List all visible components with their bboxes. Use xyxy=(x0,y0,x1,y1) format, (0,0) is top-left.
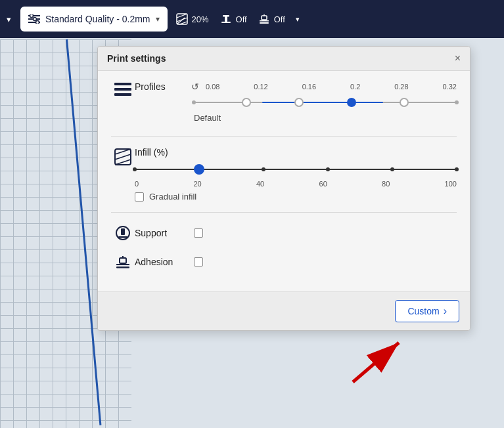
svg-rect-19 xyxy=(114,88,131,91)
profiles-label: Profiles xyxy=(135,81,187,92)
quality-chevron: ▾ xyxy=(156,14,160,24)
svg-rect-27 xyxy=(118,236,127,238)
support-section: Support xyxy=(111,223,457,242)
quality-label: Standard Quality - 0.2mm xyxy=(45,14,150,24)
svg-rect-30 xyxy=(120,258,126,263)
divider-1 xyxy=(111,136,457,137)
adhesion-checkbox[interactable] xyxy=(194,257,203,267)
svg-rect-20 xyxy=(114,93,131,96)
quality-selector[interactable]: Standard Quality - 0.2mm ▾ xyxy=(20,7,168,32)
infill-slider-wrapper: 0 20 40 60 80 100 xyxy=(135,160,457,188)
svg-point-5 xyxy=(36,21,39,24)
tick-5: 0.32 xyxy=(443,83,457,91)
support-label: Support xyxy=(135,226,187,238)
infill-track xyxy=(135,169,457,170)
svg-point-4 xyxy=(34,18,37,21)
gradual-infill-row: Gradual infill xyxy=(135,192,457,202)
toolbar-dropdown-chevron[interactable]: ▾ xyxy=(7,14,11,24)
adhesion-toolbar-icon xyxy=(258,12,271,26)
svg-line-7 xyxy=(177,14,187,18)
tick-0: 0.08 xyxy=(206,83,219,91)
svg-rect-15 xyxy=(260,20,269,22)
support-toolbar-value: Off xyxy=(236,14,247,24)
infill-dot-100 xyxy=(455,167,459,171)
print-settings-panel: Print settings × Profiles ↺ 0.08 xyxy=(97,46,470,331)
adhesion-toolbar-value: Off xyxy=(274,14,285,24)
tick-1: 0.12 xyxy=(254,83,267,91)
custom-button-arrow: › xyxy=(444,305,447,317)
infill-tick-20: 20 xyxy=(193,180,201,188)
adhesion-icon xyxy=(111,252,135,270)
infill-ticks: 0 20 40 60 80 100 xyxy=(135,180,457,188)
svg-rect-13 xyxy=(223,15,229,17)
profiles-content: Profiles ↺ 0.08 0.12 0.16 0.2 0.28 0.32 xyxy=(135,81,457,123)
custom-button[interactable]: Custom › xyxy=(395,300,459,322)
panel-close-button[interactable]: × xyxy=(455,53,461,64)
svg-line-24 xyxy=(115,160,131,165)
infill-dot-0 xyxy=(133,167,137,171)
support-toolbar-icon xyxy=(219,12,233,26)
svg-rect-26 xyxy=(121,228,125,235)
svg-rect-16 xyxy=(262,16,267,20)
slider-track-active xyxy=(262,102,383,103)
infill-dot-40 xyxy=(262,167,265,171)
profiles-reset-icon[interactable]: ↺ xyxy=(191,81,199,92)
support-checkbox[interactable] xyxy=(194,228,203,238)
toolbar-more-chevron[interactable]: ▾ xyxy=(296,15,300,24)
svg-line-33 xyxy=(353,343,399,382)
slider-dot-0 xyxy=(192,100,196,104)
custom-button-label: Custom xyxy=(407,306,439,316)
tick-4: 0.28 xyxy=(394,83,408,91)
tick-3: 0.2 xyxy=(350,83,360,91)
infill-thumb[interactable] xyxy=(194,164,204,175)
infill-tick-40: 40 xyxy=(256,180,264,188)
profiles-section: Profiles ↺ 0.08 0.12 0.16 0.2 0.28 0.32 xyxy=(111,81,457,123)
profiles-slider[interactable] xyxy=(194,93,457,112)
infill-tick-0: 0 xyxy=(135,180,139,188)
infill-toolbar-value: 20% xyxy=(192,14,209,24)
svg-rect-29 xyxy=(116,264,129,265)
panel-title: Print settings xyxy=(107,53,166,64)
infill-dot-80 xyxy=(390,167,394,171)
profiles-ticks: 0.08 0.12 0.16 0.2 0.28 0.32 xyxy=(206,83,457,91)
gradual-infill-checkbox[interactable] xyxy=(135,192,144,202)
svg-rect-14 xyxy=(260,22,269,24)
slider-thumb-028[interactable] xyxy=(400,98,409,107)
svg-line-23 xyxy=(115,154,131,160)
profiles-icon xyxy=(111,81,135,96)
toolbar-icons: 20% Off Off ▾ xyxy=(175,12,300,26)
adhesion-label: Adhesion xyxy=(135,255,187,267)
divider-2 xyxy=(111,212,457,213)
infill-tick-60: 60 xyxy=(319,180,327,188)
infill-dot-60 xyxy=(326,167,330,171)
support-svg-icon xyxy=(114,225,131,242)
support-toolbar-group[interactable]: Off xyxy=(219,12,247,26)
infill-svg-icon xyxy=(114,148,131,165)
svg-rect-18 xyxy=(114,83,131,85)
toolbar: ▾ Standard Quality - 0.2mm ▾ 20% xyxy=(0,0,504,38)
panel-body: Profiles ↺ 0.08 0.12 0.16 0.2 0.28 0.32 xyxy=(98,71,470,291)
svg-rect-28 xyxy=(116,267,129,268)
infill-label: Infill (%) xyxy=(135,147,187,158)
infill-icon xyxy=(111,147,135,165)
panel-header: Print settings × xyxy=(98,47,470,71)
slider-thumb-02[interactable] xyxy=(347,98,356,107)
svg-line-22 xyxy=(115,149,131,154)
adhesion-toolbar-group[interactable]: Off xyxy=(258,12,285,26)
infill-tick-80: 80 xyxy=(382,180,390,188)
panel-footer: Custom › xyxy=(98,291,470,330)
support-icon xyxy=(111,223,135,242)
profiles-default-label: Default xyxy=(194,113,457,123)
red-arrow-indicator xyxy=(333,330,419,389)
profiles-slider-wrapper: Default xyxy=(194,93,457,123)
svg-rect-11 xyxy=(221,22,231,23)
infill-section: Infill (%) 0 xyxy=(111,147,457,202)
profiles-svg-icon xyxy=(114,83,131,96)
quality-icon xyxy=(28,14,40,24)
infill-slider[interactable] xyxy=(135,160,457,179)
adhesion-section: Adhesion xyxy=(111,252,457,270)
slider-thumb-016[interactable] xyxy=(294,98,304,107)
slider-thumb-012[interactable] xyxy=(242,98,251,107)
infill-toolbar-group[interactable]: 20% xyxy=(175,12,209,26)
infill-tick-100: 100 xyxy=(445,180,457,188)
